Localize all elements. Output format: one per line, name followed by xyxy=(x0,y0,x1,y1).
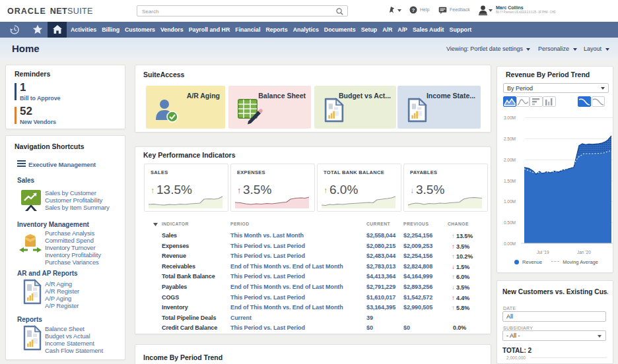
svg-text:?: ? xyxy=(412,7,415,13)
